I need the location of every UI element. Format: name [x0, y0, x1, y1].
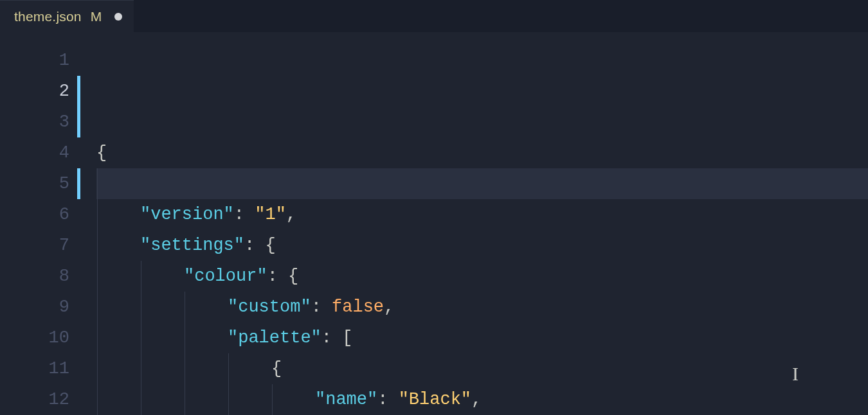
code-editor[interactable]: 123456789101112 I {"version": "1","setti…: [0, 32, 868, 415]
tab-filename: theme.json: [14, 9, 82, 24]
line-number: 7: [0, 230, 69, 261]
indent-guide: [141, 353, 141, 384]
indent-guide: [141, 384, 141, 415]
line-number: 1: [0, 45, 69, 76]
indent-guide: [97, 384, 98, 415]
line-number-gutter: 123456789101112: [0, 45, 77, 415]
indent-guide: [228, 384, 229, 415]
line-number: 3: [0, 107, 69, 137]
indent-guide: [185, 292, 185, 322]
indent-guide: [185, 384, 185, 415]
diff-modified-mark: [77, 168, 80, 199]
code-line[interactable]: "custom": false,: [96, 292, 868, 322]
line-number: 8: [0, 261, 69, 292]
tab-modified-badge: M: [91, 9, 102, 24]
line-number: 6: [0, 199, 69, 230]
diff-modified-mark: [77, 76, 80, 107]
tab-theme-json[interactable]: theme.json M: [0, 0, 134, 32]
line-number: 9: [0, 292, 69, 322]
code-line[interactable]: "palette": [: [96, 322, 868, 353]
line-number: 5: [0, 168, 69, 199]
diff-change-bar: [77, 45, 85, 415]
line-number: 2: [0, 76, 69, 107]
indent-guide: [185, 322, 185, 353]
code-line[interactable]: "colour": {: [96, 261, 868, 292]
line-number: 10: [0, 322, 69, 353]
unsaved-dot-icon: [114, 13, 122, 21]
code-text: "colour": {: [96, 267, 298, 286]
code-line[interactable]: "settings": {: [96, 230, 868, 261]
line-number: 4: [0, 137, 69, 168]
code-text: "name": "Black",: [96, 390, 482, 409]
code-line[interactable]: {: [96, 137, 868, 168]
indent-guide: [97, 261, 98, 292]
code-line[interactable]: [96, 168, 868, 199]
code-text: {: [96, 143, 107, 163]
line-number: 11: [0, 353, 69, 384]
indent-guide: [228, 353, 229, 384]
diff-modified-mark: [77, 107, 80, 137]
indent-guide: [272, 384, 273, 415]
code-text: {: [96, 359, 282, 378]
indent-guide: [97, 322, 98, 353]
indent-guide: [141, 292, 141, 322]
tab-bar: theme.json M: [0, 0, 868, 32]
indent-guide: [141, 322, 141, 353]
code-line[interactable]: "name": "Black",: [96, 384, 868, 415]
code-text: "settings": {: [96, 236, 276, 255]
code-line[interactable]: {: [96, 353, 868, 384]
indent-guide: [97, 168, 98, 199]
line-number: 12: [0, 384, 69, 415]
indent-guide: [97, 230, 98, 261]
code-area[interactable]: I {"version": "1","settings": {"colour":…: [85, 45, 868, 415]
code-text: "palette": [: [96, 328, 352, 348]
indent-guide: [141, 261, 141, 292]
code-text: "version": "1",: [96, 205, 296, 224]
indent-guide: [97, 199, 98, 230]
indent-guide: [97, 292, 98, 322]
indent-guide: [185, 353, 185, 384]
code-line[interactable]: "version": "1",: [96, 199, 868, 230]
indent-guide: [97, 353, 98, 384]
